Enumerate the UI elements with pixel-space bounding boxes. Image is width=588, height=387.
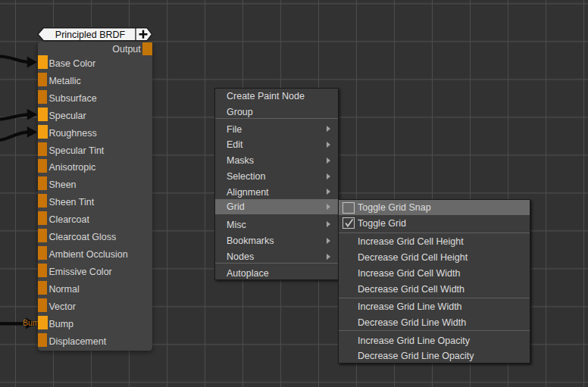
svg-text:Principled BRDF: Principled BRDF bbox=[55, 30, 126, 40]
